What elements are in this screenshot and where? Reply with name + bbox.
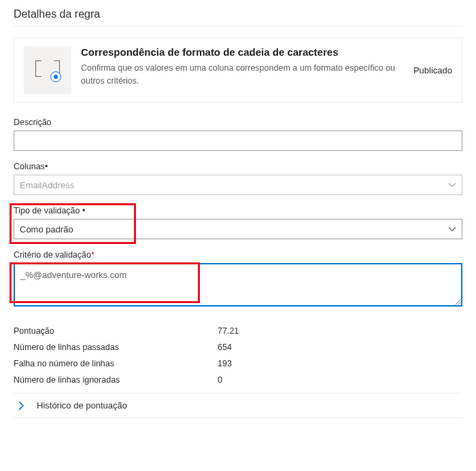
stat-label: Número de linhas passadas xyxy=(14,343,218,352)
rule-title: Correspondência de formato de cadeia de … xyxy=(81,46,397,58)
stat-label: Falha no número de linhas xyxy=(14,359,218,368)
chevron-down-icon xyxy=(448,225,456,233)
columns-field-group: Colunas• EmailAddress xyxy=(14,162,462,195)
divider xyxy=(14,26,462,27)
rule-icon-container xyxy=(24,46,71,94)
rule-description: Confirma que os valores em uma coluna co… xyxy=(81,62,397,88)
validation-type-select[interactable]: Como padrão xyxy=(14,219,462,239)
description-field-group: Descrição xyxy=(14,118,462,151)
rule-header-card: Correspondência de formato de cadeia de … xyxy=(14,37,462,103)
status-badge: Publicado xyxy=(407,65,452,75)
stat-label: Pontuação xyxy=(14,326,218,336)
divider xyxy=(14,417,462,418)
score-history-section[interactable]: Histórico de pontuação xyxy=(14,394,462,417)
score-history-label: Histórico de pontuação xyxy=(37,400,127,411)
chevron-down-icon xyxy=(448,181,456,189)
stat-value: 77.21 xyxy=(218,326,239,336)
validation-criteria-field-group: Critério de validação* xyxy=(14,250,462,309)
stat-row-failed: Falha no número de linhas 193 xyxy=(14,359,462,368)
stat-value: 0 xyxy=(218,375,222,385)
stat-value: 654 xyxy=(218,343,232,352)
stat-row-ignored: Número de linhas ignoradas 0 xyxy=(14,375,462,385)
chevron-right-icon xyxy=(16,401,26,411)
stats-section: Pontuação 77.21 Número de linhas passada… xyxy=(14,326,462,385)
stat-value: 193 xyxy=(218,359,232,368)
stat-label: Número de linhas ignoradas xyxy=(14,375,218,385)
validation-criteria-label: Critério de validação* xyxy=(14,250,462,260)
description-input[interactable] xyxy=(14,130,462,151)
validation-criteria-input[interactable] xyxy=(14,263,462,307)
stat-row-score: Pontuação 77.21 xyxy=(14,326,462,336)
columns-label: Colunas• xyxy=(14,162,462,171)
page-title: Detalhes da regra xyxy=(14,8,462,20)
validation-type-field-group: Tipo de validação • Como padrão xyxy=(14,206,462,239)
columns-select[interactable]: EmailAddress xyxy=(14,175,462,195)
string-format-icon xyxy=(35,60,60,80)
columns-value: EmailAddress xyxy=(20,180,74,190)
validation-type-value: Como padrão xyxy=(20,224,73,234)
validation-type-label: Tipo de validação • xyxy=(14,206,462,215)
stat-row-passed: Número de linhas passadas 654 xyxy=(14,343,462,352)
description-label: Descrição xyxy=(14,118,462,127)
